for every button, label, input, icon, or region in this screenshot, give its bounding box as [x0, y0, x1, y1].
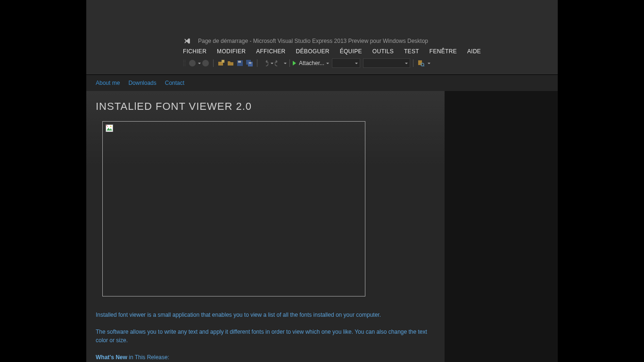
toolbar-grip-icon	[183, 59, 186, 67]
svg-point-12	[110, 126, 112, 127]
menu-fichier[interactable]: FICHIER	[183, 48, 206, 55]
vs-menu-bar: FICHIER MODIFIER AFFICHER DÉBOGUER ÉQUIP…	[183, 48, 558, 55]
redo-dropdown-icon[interactable]	[284, 63, 287, 64]
menu-test[interactable]: TEST	[404, 48, 419, 55]
nav-contact-link[interactable]: Contact	[165, 80, 184, 86]
svg-rect-3	[238, 61, 241, 63]
menu-modifier[interactable]: MODIFIER	[217, 48, 246, 55]
vs-logo-icon	[183, 38, 191, 44]
toolbar-overflow-icon[interactable]	[428, 63, 430, 64]
menu-deboguer[interactable]: DÉBOGUER	[296, 48, 330, 55]
find-in-files-button[interactable]	[417, 59, 425, 67]
broken-image-icon	[106, 124, 113, 132]
chevron-down-icon	[355, 63, 358, 64]
save-all-button[interactable]	[246, 59, 253, 67]
vs-title-row: Page de démarrage - Microsoft Visual Stu…	[183, 38, 558, 44]
sidebar-column	[445, 91, 558, 362]
toolbar-separator	[413, 59, 413, 67]
svg-rect-1	[222, 60, 224, 63]
undo-dropdown-icon[interactable]	[271, 63, 273, 64]
nav-downloads-link[interactable]: Downloads	[128, 80, 156, 86]
content-column: INSTALlED FONT VIEWER 2.0 Installed font…	[86, 91, 445, 362]
new-project-button[interactable]	[217, 59, 225, 67]
menu-aide[interactable]: AIDE	[467, 48, 481, 55]
redo-button[interactable]	[274, 59, 282, 67]
article-body: Installed font viewer is a small applica…	[96, 311, 435, 362]
article-paragraph-1: Installed font viewer is a small applica…	[96, 311, 435, 319]
save-button[interactable]	[236, 59, 244, 67]
nav-back-dropdown-icon[interactable]	[198, 63, 201, 64]
screenshot-placeholder	[102, 121, 365, 296]
toolbar-select-2[interactable]	[363, 58, 410, 68]
toolbar-separator	[213, 59, 214, 67]
vs-window-title: Page de démarrage - Microsoft Visual Stu…	[198, 38, 428, 44]
menu-equipe[interactable]: ÉQUIPE	[340, 48, 362, 55]
whats-new-label: What's New	[96, 354, 127, 361]
chevron-down-icon	[405, 63, 408, 64]
site-nav: About me Downloads Contact	[86, 74, 558, 91]
start-debug-icon[interactable]	[293, 61, 296, 66]
toolbar-select-1[interactable]	[332, 58, 360, 68]
article-whats-new-line: What's New in This Release:	[96, 353, 435, 362]
toolbar-separator	[289, 59, 290, 67]
attach-dropdown-icon[interactable]	[326, 63, 329, 64]
svg-rect-6	[249, 62, 251, 64]
article-paragraph-2: The software allows you to write any tex…	[96, 328, 435, 345]
menu-afficher[interactable]: AFFICHER	[256, 48, 285, 55]
nav-back-button[interactable]	[189, 59, 196, 67]
undo-button[interactable]	[261, 59, 269, 67]
menu-fenetre[interactable]: FENÊTRE	[429, 48, 457, 55]
attach-label[interactable]: Attacher...	[299, 60, 324, 66]
whats-new-tail: in This Release:	[127, 354, 169, 361]
svg-line-9	[423, 66, 424, 66]
toolbar-separator	[257, 59, 257, 67]
nav-about-link[interactable]: About me	[96, 80, 120, 86]
article-title: INSTALlED FONT VIEWER 2.0	[96, 100, 435, 113]
nav-forward-button[interactable]	[202, 59, 209, 67]
header-banner: Page de démarrage - Microsoft Visual Stu…	[86, 0, 558, 74]
vs-toolbar: Attacher...	[183, 58, 558, 69]
menu-outils[interactable]: OUTILS	[372, 48, 394, 55]
open-file-button[interactable]	[227, 59, 234, 67]
